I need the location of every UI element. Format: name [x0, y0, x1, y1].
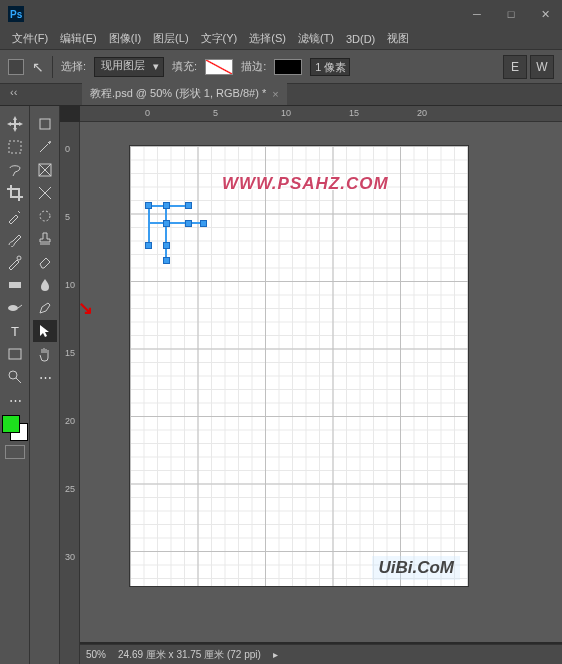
zoom-tool-icon[interactable] — [3, 366, 27, 388]
tool-column-right: ⋯ — [30, 106, 60, 664]
zoom-level[interactable]: 50% — [86, 649, 106, 660]
document-tab-title: 教程.psd @ 50% (形状 1, RGB/8#) * — [90, 86, 266, 101]
menu-edit[interactable]: 编辑(E) — [54, 31, 103, 46]
dodge-tool-icon[interactable] — [3, 297, 27, 319]
svg-rect-2 — [9, 141, 21, 153]
frame-tool-icon[interactable] — [33, 159, 57, 181]
menu-image[interactable]: 图像(I) — [103, 31, 147, 46]
menu-file[interactable]: 文件(F) — [6, 31, 54, 46]
eraser-tool-icon[interactable] — [33, 251, 57, 273]
svg-point-7 — [9, 371, 17, 379]
document-tab[interactable]: 教程.psd @ 50% (形状 1, RGB/8#) * × — [82, 81, 287, 105]
history-brush-tool-icon[interactable] — [3, 251, 27, 273]
marquee-tool-icon[interactable] — [3, 136, 27, 158]
artboard-tool-icon[interactable] — [33, 113, 57, 135]
fill-swatch[interactable] — [205, 59, 233, 75]
svg-rect-4 — [9, 282, 21, 288]
align-edges-button[interactable]: E — [503, 55, 527, 79]
lasso-tool-icon[interactable] — [3, 159, 27, 181]
direct-select-icon: ↖ — [32, 59, 44, 75]
menu-3d[interactable]: 3D(D) — [340, 33, 381, 45]
fill-label: 填充: — [172, 59, 197, 74]
tool-column-left: T ⋯ — [0, 106, 30, 664]
rectangle-tool-icon[interactable] — [3, 343, 27, 365]
more-tools-icon[interactable]: ⋯ — [3, 389, 27, 411]
app-logo-icon: Ps — [8, 6, 24, 22]
wand-tool-icon[interactable] — [33, 136, 57, 158]
vertical-ruler[interactable]: 0 5 10 15 20 25 30 — [60, 122, 80, 664]
status-chevron-icon[interactable]: ▸ — [273, 649, 278, 660]
document-tabbar: 教程.psd @ 50% (形状 1, RGB/8#) * × — [0, 84, 562, 106]
menu-select[interactable]: 选择(S) — [243, 31, 292, 46]
select-label: 选择: — [61, 59, 86, 74]
constrain-button[interactable]: W — [530, 55, 554, 79]
eyedropper-tool-icon[interactable] — [3, 205, 27, 227]
pen-tool-icon[interactable] — [33, 297, 57, 319]
gradient-tool-icon[interactable] — [3, 274, 27, 296]
doc-dimensions: 24.69 厘米 x 31.75 厘米 (72 ppi) — [118, 648, 261, 662]
blur-tool-icon[interactable] — [33, 274, 57, 296]
move-tool-icon[interactable] — [3, 113, 27, 135]
menu-type[interactable]: 文字(Y) — [195, 31, 244, 46]
brush-tool-icon[interactable] — [3, 228, 27, 250]
horizontal-ruler[interactable]: 0 5 10 15 20 — [80, 106, 562, 122]
options-bar: ↖ 选择: 现用图层 填充: 描边: 1 像素 E W — [0, 50, 562, 84]
hand-tool-icon[interactable] — [33, 343, 57, 365]
patch-tool-icon[interactable] — [33, 205, 57, 227]
panel-collapse-icon[interactable]: ‹‹ — [10, 86, 17, 98]
more-tools-icon-2[interactable]: ⋯ — [33, 366, 57, 388]
stroke-label: 描边: — [241, 59, 266, 74]
menu-view[interactable]: 视图 — [381, 31, 415, 46]
stroke-width-field[interactable]: 1 像素 — [310, 58, 350, 76]
svg-rect-8 — [40, 119, 50, 129]
window-titlebar: Ps ─ □ ✕ — [0, 0, 562, 28]
stroke-swatch[interactable] — [274, 59, 302, 75]
tab-close-icon[interactable]: × — [272, 88, 278, 100]
menu-filter[interactable]: 滤镜(T) — [292, 31, 340, 46]
svg-point-11 — [40, 211, 50, 221]
slice-tool-icon[interactable] — [33, 182, 57, 204]
canvas-area[interactable]: WWW.PSAHZ.COM UiBi.CoM — [80, 122, 562, 642]
stamp-tool-icon[interactable] — [33, 228, 57, 250]
select-dropdown[interactable]: 现用图层 — [94, 57, 164, 77]
home-icon[interactable] — [8, 59, 24, 75]
window-maximize-button[interactable]: □ — [494, 0, 528, 28]
svg-text:Ps: Ps — [10, 9, 23, 20]
type-tool-icon[interactable]: T — [3, 320, 27, 342]
canvas-wrap: 0 5 10 15 20 0 5 10 15 20 25 30 WWW.PSAH… — [60, 106, 562, 664]
svg-rect-6 — [9, 349, 21, 359]
svg-point-5 — [8, 305, 18, 311]
menu-layer[interactable]: 图层(L) — [147, 31, 194, 46]
svg-point-3 — [17, 256, 21, 260]
watermark-bottom: UiBi.CoM — [372, 556, 460, 580]
fg-color-swatch[interactable] — [2, 415, 20, 433]
status-bar: 50% 24.69 厘米 x 31.75 厘米 (72 ppi) ▸ — [80, 644, 562, 664]
shape-selection-handles[interactable] — [145, 202, 225, 282]
quickmask-icon[interactable] — [5, 445, 25, 459]
menubar: 文件(F) 编辑(E) 图像(I) 图层(L) 文字(Y) 选择(S) 滤镜(T… — [0, 28, 562, 50]
crop-tool-icon[interactable] — [3, 182, 27, 204]
window-close-button[interactable]: ✕ — [528, 0, 562, 28]
window-minimize-button[interactable]: ─ — [460, 0, 494, 28]
svg-point-9 — [49, 141, 51, 143]
path-selection-tool-icon[interactable] — [33, 320, 57, 342]
fg-bg-swatch[interactable] — [2, 415, 28, 441]
watermark-top: WWW.PSAHZ.COM — [222, 174, 389, 194]
